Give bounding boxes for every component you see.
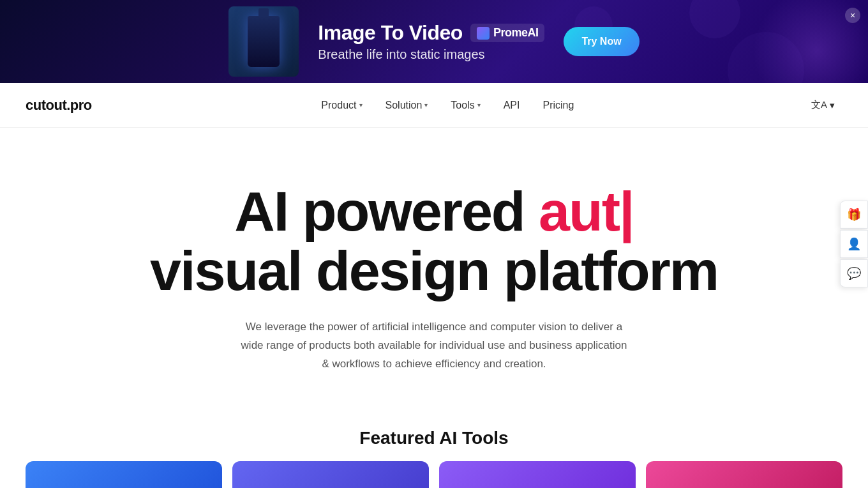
ad-banner: Image To Video PromeAI Breathe life into…	[0, 0, 868, 83]
language-selector[interactable]: 文A ▾	[804, 95, 842, 115]
ad-cta-button[interactable]: Try Now	[564, 27, 639, 56]
hero-subtitle: We leverage the power of artificial inte…	[236, 318, 632, 374]
nav-item-tools[interactable]: Tools ▾	[442, 95, 489, 116]
chevron-down-icon: ▾	[359, 102, 363, 109]
ad-subtitle: Breathe life into static images	[318, 47, 544, 62]
promeai-icon	[477, 27, 490, 40]
chat-widget[interactable]: 💬	[840, 259, 868, 287]
hero-section: AI powered aut| visual design platform W…	[0, 128, 868, 415]
featured-cards	[26, 461, 842, 488]
ad-image	[228, 6, 299, 77]
chevron-down-icon: ▾	[830, 100, 835, 111]
chevron-down-icon: ▾	[424, 102, 428, 109]
promeai-brand: PromeAI	[493, 26, 539, 40]
hero-title: AI powered aut| visual design platform	[150, 182, 718, 300]
featured-card-1[interactable]	[26, 461, 222, 488]
nav-item-pricing[interactable]: Pricing	[534, 95, 583, 116]
ad-close-button[interactable]: ×	[845, 8, 860, 23]
nav-right: 文A ▾	[804, 95, 842, 115]
featured-card-2[interactable]	[232, 461, 429, 488]
floating-widgets: 🎁 👤 💬	[840, 201, 868, 287]
featured-card-4[interactable]	[646, 461, 842, 488]
nav-item-product[interactable]: Product ▾	[312, 95, 371, 116]
user-widget[interactable]: 👤	[840, 230, 868, 258]
site-logo[interactable]: cutout.pro	[26, 97, 92, 114]
featured-title: Featured AI Tools	[26, 428, 842, 448]
nav-links: Product ▾ Solution ▾ Tools ▾ API Pricing	[312, 95, 583, 116]
nav-item-api[interactable]: API	[495, 95, 529, 116]
chevron-down-icon: ▾	[477, 102, 481, 109]
ad-title: Image To Video PromeAI	[318, 21, 544, 45]
featured-section: Featured AI Tools	[0, 415, 868, 488]
gift-widget[interactable]: 🎁	[840, 201, 868, 229]
navbar: cutout.pro Product ▾ Solution ▾ Tools ▾ …	[0, 83, 868, 128]
featured-card-3[interactable]	[439, 461, 636, 488]
nav-item-solution[interactable]: Solution ▾	[377, 95, 437, 116]
promeai-logo: PromeAI	[470, 24, 545, 42]
